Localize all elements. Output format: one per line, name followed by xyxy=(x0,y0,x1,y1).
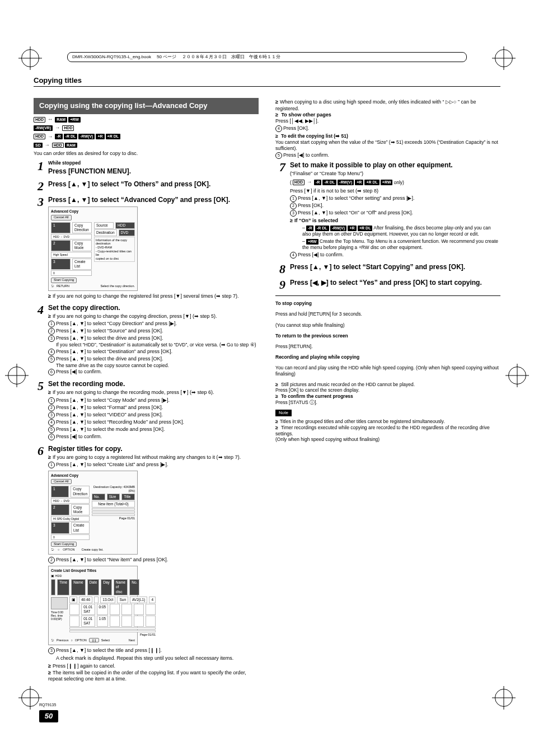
step6-title: Register titles for copy. xyxy=(48,445,259,453)
content-columns: Copying using the copying list—Advanced … xyxy=(34,98,500,687)
if-on-selected: If “On” is selected xyxy=(290,218,500,224)
return-icon: ⮌ xyxy=(51,548,54,552)
step4-substeps: Press [▲, ▼] to select “Copy Direction” … xyxy=(48,321,259,375)
step3-note: If you are not going to change the regis… xyxy=(48,293,259,299)
step1-precondition: While stopped xyxy=(48,160,259,166)
advanced-copy-dialog-1: Advanced Copy Cancel All 1Copy Direction… xyxy=(48,206,138,291)
step7-title: Set to make it possible to play on other… xyxy=(290,161,500,170)
book-filename: DMR-XW300GN-RQT9135-L_eng.book xyxy=(72,54,151,60)
doc-code: RQT9135 xyxy=(39,703,56,708)
start-copying-button: Start Copying xyxy=(51,278,77,283)
step1-title: Press [FUNCTION MENU]. xyxy=(48,167,259,176)
step-6: 6 Register titles for copy. If you are g… xyxy=(34,445,259,684)
book-date-jp: ２００８年４月３０日 水曜日 午後６時１１分 xyxy=(182,54,280,60)
step5-substeps: Press [▲, ▼] to select “Copy Mode” and p… xyxy=(48,397,259,440)
step2-title: Press [▲, ▼] to select “To Others” and p… xyxy=(48,180,259,189)
topic-title: Copying using the copying list—Advanced … xyxy=(34,98,259,114)
step-4: 4 Set the copy direction. If you are not… xyxy=(34,304,259,377)
note-label: Note xyxy=(275,410,292,416)
step-3: 3 Press [▲, ▼] to select “Advanced Copy”… xyxy=(34,196,259,300)
return-icon: ⮌ xyxy=(51,638,54,642)
media-row-2: -RW(VR) → HDD xyxy=(34,125,259,131)
to-return-heading: To return to the previous screen xyxy=(275,333,500,339)
step5-title: Set the recording mode. xyxy=(48,380,259,388)
destination-info: Information of the copy destination - DV… xyxy=(94,237,135,262)
advanced-copy-dialog-2: Advanced Copy Cancel All 1Copy Direction… xyxy=(48,471,138,555)
return-icon: ⮌ xyxy=(51,284,54,288)
to-show-other-pages: To show other pages xyxy=(281,112,331,118)
media-row-4: SD → HDD RAM xyxy=(34,142,259,148)
step9-title: Press [◀, ▶] to select “Yes” and press [… xyxy=(290,279,500,287)
page-number: 50 xyxy=(39,710,58,722)
left-column: Copying using the copying list—Advanced … xyxy=(34,98,259,687)
book-page-jp: 50 ページ xyxy=(157,54,176,60)
manual-page: DMR-XW300GN-RQT9135-L_eng.book 50 ページ ２０… xyxy=(0,0,534,756)
media-row-1: HDD ↔ RAM +RW xyxy=(34,116,259,123)
intro-text: You can order titles as desired for copy… xyxy=(34,151,259,157)
section-header: Copying titles xyxy=(34,76,500,87)
right-column: When copying to a disc using high speed … xyxy=(275,98,500,687)
media-row-3: HDD → -R -R DL -RW(V) +R +R DL xyxy=(34,134,259,140)
step-5: 5 Set the recording mode. If you are not… xyxy=(34,380,259,441)
step3-title: Press [▲, ▼] to select “Advanced Copy” a… xyxy=(48,196,259,204)
step8-title: Press [▲, ▼] to select “Start Copying” a… xyxy=(290,263,500,271)
step-9: 9 Press [◀, ▶] to select “Yes” and press… xyxy=(275,279,500,291)
cancel-all-button: Cancel All xyxy=(51,215,72,220)
create-list-dialog: Create List Grouped Titles ▣ HDD Time Na… xyxy=(48,566,138,645)
step-1: 1 While stopped Press [FUNCTION MENU]. xyxy=(34,160,259,177)
print-spine-header: DMR-XW300GN-RQT9135-L_eng.book 50 ページ ２０… xyxy=(67,52,467,62)
to-stop-copying-heading: To stop copying xyxy=(275,300,500,307)
media-compat-block: HDD ↔ RAM +RW -RW(VR) → HDD HDD → -R -R … xyxy=(34,116,259,148)
step4-title: Set the copy direction. xyxy=(48,304,259,312)
step-8: 8 Press [▲, ▼] to select “Start Copying”… xyxy=(275,263,500,275)
rec-play-heading: Recording and playing while copying xyxy=(275,354,500,360)
step-7: 7 Set to make it possible to play on oth… xyxy=(275,161,500,260)
step-2: 2 Press [▲, ▼] to select “To Others” and… xyxy=(34,180,259,192)
